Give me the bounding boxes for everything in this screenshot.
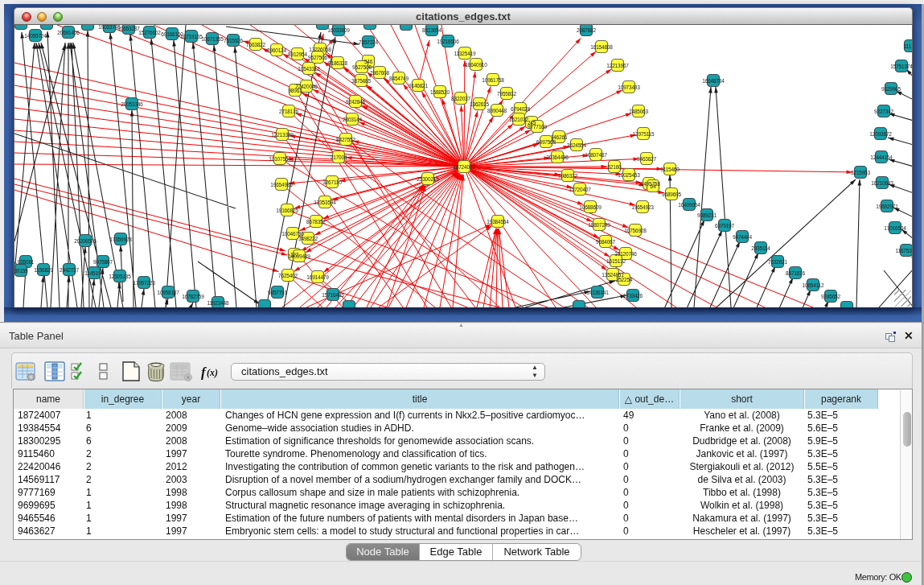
svg-text:9389231: 9389231	[697, 212, 717, 218]
svg-text:12213389: 12213389	[271, 132, 294, 138]
svg-text:1362615: 1362615	[470, 101, 489, 107]
svg-text:16409954: 16409954	[678, 202, 700, 208]
svg-text:3624554: 3624554	[567, 142, 586, 148]
svg-text:13226058: 13226058	[309, 47, 331, 52]
svg-text:12353594: 12353594	[314, 200, 336, 205]
svg-text:6379197: 6379197	[715, 223, 734, 229]
svg-text:10025453: 10025453	[618, 172, 640, 178]
svg-text:1588520: 1588520	[430, 89, 450, 95]
svg-text:9689695: 9689695	[662, 192, 681, 197]
svg-text:7357224: 7357224	[359, 39, 378, 45]
svg-text:9474444: 9474444	[733, 234, 752, 240]
svg-text:6794028: 6794028	[511, 106, 530, 112]
svg-text:1145194: 1145194	[84, 270, 104, 276]
svg-text:7986322: 7986322	[558, 173, 577, 179]
svg-text:9245052: 9245052	[821, 294, 840, 299]
svg-text:8813054: 8813054	[422, 27, 441, 33]
svg-text:16914479: 16914479	[306, 274, 329, 280]
svg-text:15716485: 15716485	[322, 292, 344, 298]
svg-text:64: 64	[651, 183, 656, 189]
svg-text:18640910: 18640910	[465, 62, 487, 68]
svg-text:8471676: 8471676	[786, 270, 805, 276]
svg-text:10653287: 10653287	[117, 26, 140, 31]
svg-text:3267110: 3267110	[322, 179, 342, 185]
svg-text:546: 546	[364, 59, 373, 64]
svg-text:10543312: 10543312	[298, 66, 320, 72]
svg-text:8912954: 8912954	[288, 51, 307, 57]
svg-text:7955812: 7955812	[497, 91, 516, 97]
svg-text:10973493: 10973493	[618, 84, 640, 90]
svg-text:11923448: 11923448	[207, 300, 229, 306]
svg-text:15751074: 15751074	[890, 64, 913, 69]
svg-text:9329965: 9329965	[881, 86, 901, 92]
svg-text:9777169: 9777169	[528, 124, 547, 130]
svg-text:10107554: 10107554	[269, 156, 291, 162]
svg-text:17016504: 17016504	[884, 225, 906, 231]
svg-text:10958107: 10958107	[157, 290, 179, 295]
svg-text:8454749: 8454749	[389, 76, 409, 81]
svg-text:2803144: 2803144	[343, 117, 362, 122]
svg-text:12213967: 12213967	[606, 63, 629, 68]
svg-text:7515526: 7515526	[224, 38, 243, 43]
svg-text:98961: 98961	[288, 88, 302, 93]
svg-text:252254: 252254	[616, 277, 633, 282]
svg-text:20206576: 20206576	[74, 238, 97, 244]
svg-text:19218506: 19218506	[437, 39, 459, 44]
svg-text:39159: 39159	[14, 268, 28, 274]
svg-text:835061: 835061	[18, 259, 35, 265]
svg-text:20691406: 20691406	[57, 30, 80, 35]
svg-text:9227342: 9227342	[874, 109, 893, 114]
svg-text:10756928: 10756928	[624, 228, 647, 233]
svg-text:10688609: 10688609	[579, 204, 602, 210]
svg-text:1733426: 1733426	[623, 293, 643, 299]
svg-text:9242848: 9242848	[346, 99, 365, 105]
svg-text:14136141: 14136141	[586, 290, 609, 295]
svg-text:10671355: 10671355	[201, 36, 224, 42]
svg-text:9684067: 9684067	[596, 239, 615, 245]
svg-text:2942737: 2942737	[60, 267, 79, 273]
svg-text:16033809: 16033809	[327, 27, 350, 33]
svg-text:9463627: 9463627	[637, 156, 656, 162]
svg-text:10807487: 10807487	[585, 152, 607, 158]
svg-text:2935114: 2935114	[751, 245, 770, 251]
svg-text:2867608: 2867608	[370, 70, 389, 76]
svg-text:12093872: 12093872	[869, 131, 892, 137]
svg-text:(x): (x)	[207, 367, 218, 378]
svg-text:2087682: 2087682	[577, 27, 596, 33]
svg-text:25300215: 25300215	[417, 176, 439, 182]
svg-text:9146821: 9146821	[409, 83, 428, 89]
svg-text:15720407: 15720407	[569, 187, 591, 192]
svg-text:7625402: 7625402	[278, 273, 298, 278]
svg-text:10654112: 10654112	[803, 282, 824, 288]
svg-text:18495758: 18495758	[638, 181, 660, 187]
svg-text:16210643: 16210643	[871, 180, 893, 186]
svg-text:7485063: 7485063	[629, 109, 648, 114]
svg-text:17957223: 17957223	[133, 280, 155, 286]
svg-text:3875685: 3875685	[351, 78, 371, 84]
svg-text:12505135: 12505135	[109, 274, 131, 279]
svg-text:10719155: 10719155	[180, 34, 203, 39]
svg-text:11121: 11121	[904, 43, 913, 49]
svg-text:62160: 62160	[607, 164, 622, 170]
svg-text:19654985: 19654985	[270, 182, 293, 187]
svg-text:9975867: 9975867	[93, 259, 113, 265]
svg-text:18807249: 18807249	[588, 222, 610, 228]
svg-text:12444154: 12444154	[870, 154, 893, 160]
svg-text:9857791: 9857791	[268, 290, 287, 295]
svg-text:746266: 746266	[551, 134, 568, 140]
svg-text:19654923: 19654923	[631, 204, 654, 210]
svg-text:15276602: 15276602	[138, 30, 161, 35]
svg-text:17359928: 17359928	[109, 237, 132, 242]
svg-text:9527506: 9527506	[308, 55, 327, 60]
svg-text:2718176: 2718176	[279, 109, 298, 114]
svg-text:1621072: 1621072	[509, 117, 528, 122]
svg-text:6497568: 6497568	[536, 139, 556, 145]
svg-text:7663822: 7663822	[246, 42, 265, 47]
svg-text:19384554: 19384554	[487, 219, 509, 225]
svg-text:11675335: 11675335	[896, 248, 913, 253]
svg-text:18724007: 18724007	[453, 164, 475, 170]
svg-text:3215953: 3215953	[851, 170, 870, 175]
svg-text:16154808: 16154808	[590, 44, 613, 50]
svg-text:10120746: 10120746	[614, 251, 637, 257]
svg-text:12975115: 12975115	[633, 131, 655, 137]
